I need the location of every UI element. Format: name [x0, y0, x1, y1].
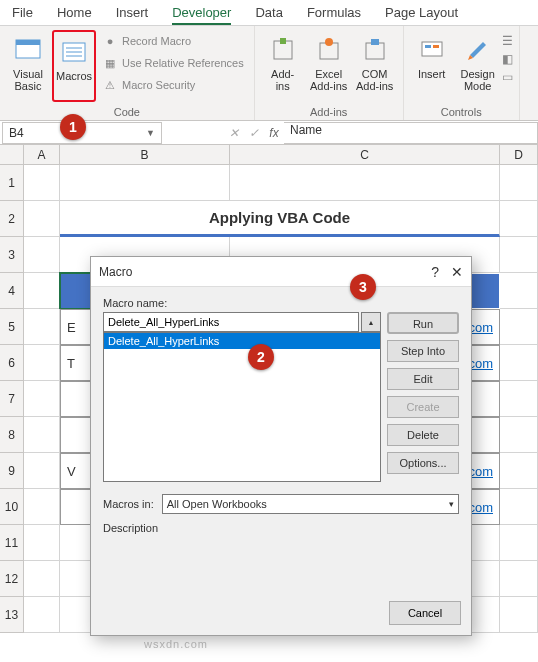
row-head[interactable]: 4 — [0, 273, 24, 309]
svg-rect-13 — [425, 45, 431, 48]
row-head[interactable]: 9 — [0, 453, 24, 489]
run-dialog-icon[interactable]: ▭ — [502, 70, 513, 84]
svg-rect-11 — [371, 39, 379, 45]
excel-addins-icon — [313, 34, 345, 66]
com-addins-label: COM Add-ins — [356, 68, 393, 92]
com-addins-button[interactable]: COM Add-ins — [353, 30, 397, 102]
macros-button[interactable]: Macros — [52, 30, 96, 102]
svg-rect-1 — [16, 40, 40, 45]
row-head[interactable]: 3 — [0, 237, 24, 273]
properties-icon[interactable]: ☰ — [502, 34, 513, 48]
run-button[interactable]: Run — [387, 312, 459, 334]
visual-basic-button[interactable]: Visual Basic — [6, 30, 50, 102]
options-button[interactable]: Options... — [387, 452, 459, 474]
cancel-button[interactable]: Cancel — [389, 601, 461, 625]
col-D[interactable]: D — [500, 145, 538, 164]
design-mode-label: Design Mode — [461, 68, 495, 92]
macro-dialog: Macro ? ✕ Macro name: ▲ Delete_All_Hyper… — [90, 256, 472, 636]
formula-input[interactable]: Name — [284, 122, 538, 144]
group-code-label: Code — [114, 106, 140, 118]
col-C[interactable]: C — [230, 145, 500, 164]
macro-security-button[interactable]: ⚠Macro Security — [98, 74, 248, 96]
macro-name-stepper[interactable]: ▲ — [361, 312, 381, 332]
col-A[interactable]: A — [24, 145, 60, 164]
callout-2: 2 — [248, 344, 274, 370]
relative-refs-button[interactable]: ▦Use Relative References — [98, 52, 248, 74]
row-head[interactable]: 7 — [0, 381, 24, 417]
help-icon[interactable]: ? — [431, 264, 439, 280]
dialog-titlebar[interactable]: Macro ? ✕ — [91, 257, 471, 287]
enter-formula-icon[interactable]: ✓ — [244, 126, 264, 140]
close-icon[interactable]: ✕ — [451, 264, 463, 280]
excel-addins-label: Excel Add-ins — [310, 68, 347, 92]
column-headers: A B C D — [0, 145, 538, 165]
group-addins-label: Add-ins — [310, 106, 347, 118]
row-head[interactable]: 8 — [0, 417, 24, 453]
tab-home[interactable]: Home — [57, 5, 92, 20]
step-into-button[interactable]: Step Into — [387, 340, 459, 362]
row-head[interactable]: 1 — [0, 165, 24, 201]
ribbon-tabs: File Home Insert Developer Data Formulas… — [0, 0, 538, 26]
record-macro-button[interactable]: ●Record Macro — [98, 30, 248, 52]
macros-in-label: Macros in: — [103, 498, 154, 510]
chevron-down-icon: ▾ — [449, 499, 454, 509]
addins-icon — [267, 34, 299, 66]
name-box-value: B4 — [9, 126, 24, 140]
addins-button[interactable]: Add- ins — [261, 30, 305, 102]
com-addins-icon — [359, 34, 391, 66]
col-B[interactable]: B — [60, 145, 230, 164]
svg-rect-10 — [366, 43, 384, 59]
row-head[interactable]: 12 — [0, 561, 24, 597]
tab-insert[interactable]: Insert — [116, 5, 149, 20]
visual-basic-icon — [12, 34, 44, 66]
macros-label: Macros — [56, 70, 92, 82]
row-head[interactable]: 10 — [0, 489, 24, 525]
chevron-down-icon: ▼ — [146, 128, 155, 138]
tab-developer[interactable]: Developer — [172, 5, 231, 25]
insert-control-button[interactable]: Insert — [410, 30, 454, 102]
row-head[interactable]: 13 — [0, 597, 24, 633]
tab-file[interactable]: File — [12, 5, 33, 20]
macro-list-item[interactable]: Delete_All_HyperLinks — [104, 333, 380, 349]
macros-in-select[interactable]: All Open Workbooks ▾ — [162, 494, 459, 514]
tab-data[interactable]: Data — [255, 5, 282, 20]
description-label: Description — [103, 522, 459, 534]
addins-label: Add- ins — [271, 68, 294, 92]
view-code-icon[interactable]: ◧ — [502, 52, 513, 66]
shield-icon: ⚠ — [102, 77, 118, 93]
row-head[interactable]: 2 — [0, 201, 24, 237]
tab-pagelayout[interactable]: Page Layout — [385, 5, 458, 20]
svg-rect-12 — [422, 42, 442, 56]
row-head[interactable]: 11 — [0, 525, 24, 561]
design-mode-icon — [462, 34, 494, 66]
ribbon: Visual Basic Macros ●Record Macro ▦Use R… — [0, 26, 538, 121]
excel-addins-button[interactable]: Excel Add-ins — [307, 30, 351, 102]
title-cell[interactable]: Applying VBA Code — [60, 201, 500, 237]
fx-icon[interactable]: fx — [264, 126, 284, 140]
dialog-title: Macro — [99, 265, 132, 279]
create-button: Create — [387, 396, 459, 418]
grid-icon: ▦ — [102, 55, 118, 71]
row-head[interactable]: 6 — [0, 345, 24, 381]
edit-button[interactable]: Edit — [387, 368, 459, 390]
insert-control-icon — [416, 34, 448, 66]
group-code: Visual Basic Macros ●Record Macro ▦Use R… — [0, 26, 255, 120]
group-controls-label: Controls — [441, 106, 482, 118]
visual-basic-label: Visual Basic — [13, 68, 43, 92]
tab-formulas[interactable]: Formulas — [307, 5, 361, 20]
macro-name-input[interactable] — [103, 312, 359, 332]
group-controls: Insert Design Mode ☰ ◧ ▭ Controls — [404, 26, 520, 120]
record-icon: ● — [102, 33, 118, 49]
select-all-corner[interactable] — [0, 145, 24, 164]
svg-rect-14 — [433, 45, 439, 48]
delete-button[interactable]: Delete — [387, 424, 459, 446]
svg-rect-7 — [280, 38, 286, 44]
callout-3: 3 — [350, 274, 376, 300]
insert-control-label: Insert — [418, 68, 446, 80]
macro-listbox[interactable]: Delete_All_HyperLinks — [103, 332, 381, 482]
cancel-formula-icon[interactable]: ✕ — [224, 126, 244, 140]
callout-1: 1 — [60, 114, 86, 140]
macro-name-label: Macro name: — [103, 297, 459, 309]
row-head[interactable]: 5 — [0, 309, 24, 345]
design-mode-button[interactable]: Design Mode — [456, 30, 500, 102]
